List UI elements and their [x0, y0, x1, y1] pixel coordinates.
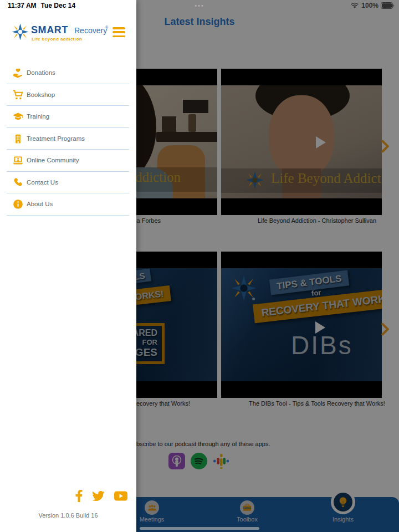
hand-heart-icon — [12, 67, 24, 79]
menu-item-label: Contact Us — [27, 172, 58, 194]
shopping-cart-icon — [12, 89, 24, 101]
menu-item-label: About Us — [27, 193, 53, 216]
logo-registered-mark: ® — [105, 25, 108, 29]
twitter-icon[interactable] — [92, 491, 105, 502]
menu-item-treatment-programs[interactable]: Treatment Programs — [7, 128, 129, 150]
menu-item-bookshop[interactable]: Bookshop — [7, 84, 129, 106]
phone-icon — [12, 177, 24, 188]
menu-item-training[interactable]: Training — [7, 106, 129, 128]
youtube-icon[interactable] — [114, 491, 127, 501]
logo-title: SMART — [31, 24, 68, 36]
menu-item-about-us[interactable]: About Us — [7, 193, 129, 216]
building-icon — [12, 133, 24, 145]
menu-item-online-community[interactable]: Online Community — [7, 150, 129, 172]
logo-tagline: Life beyond addiction — [32, 37, 82, 42]
menu-item-label: Online Community — [27, 150, 79, 172]
app-version-text: Version 1.0.6 Build 16 — [0, 512, 136, 519]
menu-item-label: Treatment Programs — [27, 128, 85, 150]
drawer-menu: Donations Bookshop Training — [7, 62, 129, 216]
menu-item-label: Donations — [27, 62, 55, 84]
menu-item-donations[interactable]: Donations — [7, 62, 129, 84]
facebook-icon[interactable] — [75, 490, 83, 502]
hamburger-menu-icon[interactable] — [112, 27, 125, 39]
smart-recovery-logo-icon — [12, 23, 29, 40]
app-screen: Latest Insights Life Beyond Addiction Li… — [0, 0, 399, 532]
menu-item-label: Bookshop — [27, 84, 55, 106]
menu-item-label: Training — [27, 106, 49, 128]
graduation-cap-icon — [12, 111, 24, 122]
menu-item-contact-us[interactable]: Contact Us — [7, 172, 129, 194]
navigation-drawer: SMART Recovery ® Life beyond addiction D… — [0, 0, 136, 532]
laptop-person-icon — [12, 155, 24, 166]
info-circle-icon — [12, 198, 24, 210]
social-links — [75, 490, 127, 502]
logo-subtitle: Recovery — [74, 26, 107, 35]
